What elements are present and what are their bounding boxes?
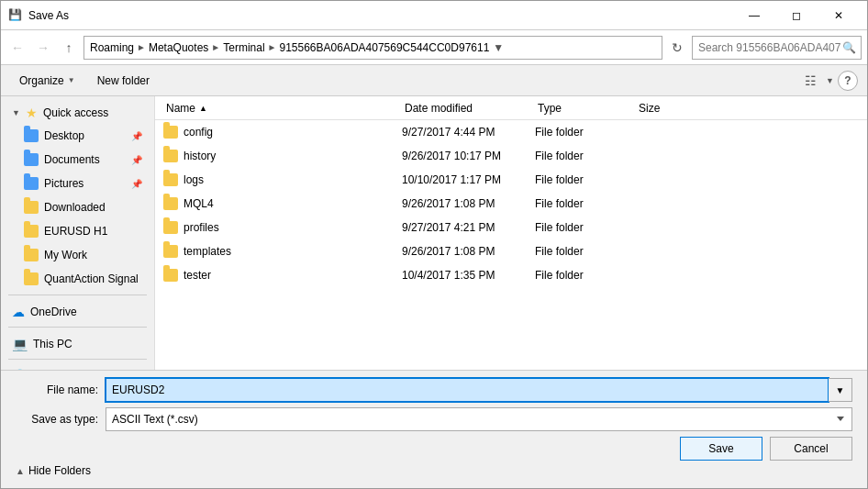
maximize-button[interactable]: ◻ — [775, 1, 818, 30]
thispc-icon: 💻 — [12, 337, 28, 351]
folder-icon — [163, 197, 178, 210]
sidebar-item-mywork[interactable]: My Work — [1, 243, 154, 267]
file-name-text: logs — [184, 173, 204, 186]
file-name-cell: config — [163, 126, 402, 139]
file-type-cell: File folder — [535, 126, 636, 139]
quick-access-header[interactable]: ▼ ★ Quick access — [1, 100, 154, 124]
organize-label: Organize — [19, 74, 64, 87]
onedrive-icon: ☁ — [12, 305, 25, 319]
table-row[interactable]: templates 9/26/2017 1:08 PM File folder — [155, 239, 867, 263]
sidebar-item-label: Desktop — [44, 129, 84, 142]
forward-button[interactable]: → — [32, 37, 54, 59]
organize-button[interactable]: Organize ▼ — [10, 69, 84, 93]
dialog-title: Save As — [28, 9, 733, 22]
onedrive-header[interactable]: ☁ OneDrive — [1, 299, 154, 323]
sidebar-item-pictures[interactable]: Pictures 📌 — [1, 172, 154, 195]
sidebar-item-label: My Work — [44, 249, 87, 261]
sidebar-divider-3 — [8, 359, 147, 360]
col-header-date[interactable]: Date modified — [401, 96, 534, 120]
new-folder-button[interactable]: New folder — [88, 69, 159, 93]
sidebar-item-label: Downloaded — [44, 201, 106, 214]
file-list: Name ▲ Date modified Type Size config — [155, 96, 867, 370]
help-button[interactable]: ? — [838, 71, 858, 91]
file-date-cell: 9/26/2017 1:08 PM — [402, 245, 535, 258]
sidebar: ▼ ★ Quick access Desktop 📌 Documents 📌 P… — [1, 96, 155, 370]
back-button[interactable]: ← — [6, 37, 28, 59]
file-name-text: config — [184, 126, 213, 139]
col-header-type[interactable]: Type — [534, 96, 635, 120]
minimize-button[interactable]: — — [733, 1, 775, 30]
sidebar-item-label: QuantAction Signal — [44, 272, 139, 285]
hide-folders-toggle[interactable]: ▲ Hide Folders — [16, 461, 852, 481]
documents-folder-icon — [24, 153, 39, 166]
file-type-cell: File folder — [535, 150, 636, 162]
file-name-cell: logs — [163, 173, 402, 186]
col-header-size[interactable]: Size — [635, 96, 708, 120]
sidebar-item-documents[interactable]: Documents 📌 — [1, 148, 154, 172]
table-row[interactable]: history 9/26/2017 10:17 PM File folder — [155, 144, 867, 168]
hide-folders-label: Hide Folders — [28, 464, 91, 477]
filename-row: File name: ▼ — [16, 378, 852, 402]
table-row[interactable]: tester 10/4/2017 1:35 PM File folder — [155, 263, 867, 287]
thispc-section: 💻 This PC — [1, 331, 154, 355]
folder-icon — [163, 269, 178, 282]
title-bar: 💾 Save As — ◻ ✕ — [1, 1, 867, 30]
close-button[interactable]: ✕ — [818, 1, 860, 30]
action-buttons: Save Cancel — [16, 437, 852, 461]
filename-input[interactable] — [106, 378, 829, 402]
col-header-name[interactable]: Name ▲ — [162, 96, 401, 120]
sidebar-item-label: Documents — [44, 153, 100, 166]
sidebar-item-eurusd[interactable]: EURUSD H1 — [1, 219, 154, 243]
file-date-cell: 9/26/2017 1:08 PM — [402, 197, 535, 210]
pictures-folder-icon — [24, 177, 39, 190]
breadcrumb-segment: Roaming — [90, 41, 134, 54]
search-wrapper: 🔍 — [692, 36, 862, 60]
savetype-row: Save as type: ASCII Text (*.csv) — [16, 407, 852, 431]
onedrive-section: ☁ OneDrive — [1, 299, 154, 323]
sort-arrow: ▲ — [199, 104, 207, 113]
thispc-header[interactable]: 💻 This PC — [1, 331, 154, 355]
table-row[interactable]: config 9/27/2017 4:44 PM File folder — [155, 120, 867, 144]
view-button[interactable]: ☷ — [798, 69, 822, 93]
desktop-folder-icon — [24, 129, 39, 142]
breadcrumb-bar[interactable]: Roaming ► MetaQuotes ► Terminal ► 915566… — [83, 36, 662, 60]
hide-folders-arrow: ▲ — [16, 466, 25, 476]
file-name-cell: templates — [163, 245, 402, 258]
sidebar-item-quantaction[interactable]: QuantAction Signal — [1, 267, 154, 291]
toolbar-right: ☷ ▼ ? — [798, 69, 858, 93]
organize-dropdown-arrow: ▼ — [68, 76, 75, 84]
file-type-cell: File folder — [535, 245, 636, 258]
sidebar-divider-2 — [8, 327, 147, 328]
sidebar-item-downloaded[interactable]: Downloaded — [1, 195, 154, 219]
eurusd-folder-icon — [24, 225, 39, 238]
mywork-folder-icon — [24, 249, 39, 261]
file-name-cell: profiles — [163, 221, 402, 234]
network-header[interactable]: 🌐 Network — [1, 363, 154, 370]
up-button[interactable]: ↑ — [58, 37, 80, 59]
file-date-cell: 9/26/2017 10:17 PM — [402, 150, 535, 162]
file-name-text: history — [184, 150, 216, 162]
filename-dropdown-button[interactable]: ▼ — [829, 378, 852, 402]
breadcrumb-segment: MetaQuotes — [149, 41, 208, 54]
search-input[interactable] — [692, 36, 862, 60]
table-row[interactable]: MQL4 9/26/2017 1:08 PM File folder — [155, 192, 867, 216]
thispc-label: This PC — [33, 338, 72, 350]
cancel-button[interactable]: Cancel — [770, 437, 852, 461]
quick-access-section: ▼ ★ Quick access Desktop 📌 Documents 📌 P… — [1, 100, 154, 291]
savetype-select[interactable]: ASCII Text (*.csv) — [106, 407, 852, 431]
filename-label: File name: — [16, 383, 98, 396]
file-name-cell: MQL4 — [163, 197, 402, 210]
file-name-text: MQL4 — [184, 197, 214, 210]
refresh-button[interactable]: ↻ — [666, 37, 688, 59]
table-row[interactable]: logs 10/10/2017 1:17 PM File folder — [155, 168, 867, 192]
save-button[interactable]: Save — [680, 437, 762, 461]
file-type-cell: File folder — [535, 221, 636, 234]
file-type-cell: File folder — [535, 197, 636, 210]
breadcrumb-dropdown-arrow[interactable]: ▼ — [493, 41, 504, 54]
toolbar: Organize ▼ New folder ☷ ▼ ? — [1, 65, 867, 96]
table-row[interactable]: profiles 9/27/2017 4:21 PM File folder — [155, 216, 867, 239]
sidebar-item-desktop[interactable]: Desktop 📌 — [1, 124, 154, 148]
window-controls: — ◻ ✕ — [733, 1, 860, 30]
sidebar-divider-1 — [8, 295, 147, 295]
pictures-pin-icon: 📌 — [131, 179, 142, 189]
